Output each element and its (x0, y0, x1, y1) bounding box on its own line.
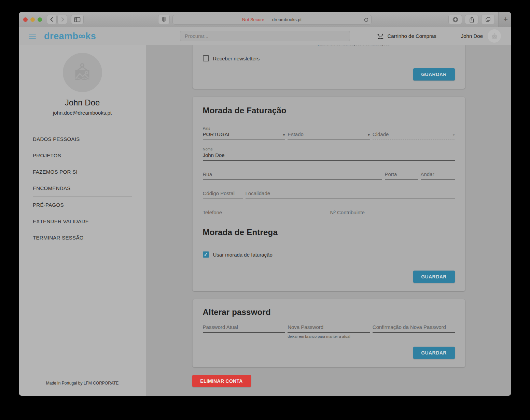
browser-toolbar: Not Secure — dreambooks.pt + (19, 12, 511, 27)
notifications-hint: para envio de notificações e comunicaçõe… (318, 45, 455, 46)
save-address-button[interactable]: GUARDAR (413, 271, 455, 283)
privacy-shield-button[interactable] (158, 15, 170, 24)
personal-data-card: para envio de notificações e comunicaçõe… (192, 45, 465, 89)
site-header: dreamb∞ks Carrinho de Compras John Doe (19, 27, 511, 45)
state-select[interactable]: Estado ▾ (288, 131, 370, 140)
use-billing-checkbox[interactable]: ✓ (203, 251, 209, 258)
reload-icon (364, 17, 369, 23)
floor-input[interactable]: Andar (421, 171, 455, 180)
current-password-input[interactable]: Password Atual (203, 324, 285, 333)
newsletter-label: Receber newsletters (213, 56, 260, 61)
sidebar-footer: Made in Portugal by LFM CORPORATE (19, 381, 146, 386)
postal-code-input[interactable]: Código Postal (203, 190, 243, 199)
street-input[interactable]: Rua (203, 171, 382, 180)
locality-input[interactable]: Localidade (246, 190, 455, 199)
use-billing-checkbox-row[interactable]: ✓ Usar morada de faturação (203, 251, 455, 258)
clipped-hint-wrap: para envio de notificações e comunicaçõe… (203, 45, 455, 47)
profile-name: John Doe (65, 98, 100, 107)
password-title: Alterar password (203, 307, 455, 317)
sidebar-item-pre-pagos[interactable]: PRÉ-PAGOS (19, 197, 146, 213)
search-input[interactable] (180, 31, 350, 41)
sidebar-item-projetos[interactable]: PROJETOS (19, 147, 146, 163)
reload-button[interactable] (364, 17, 369, 23)
chevron-down-icon: ▾ (368, 133, 370, 137)
url-separator: — (266, 17, 270, 22)
share-button[interactable] (465, 15, 478, 24)
image-placeholder-icon (491, 32, 498, 40)
billing-address-card: Morada de Faturação País PORTUGAL ▾ (192, 97, 465, 291)
header-right: Carrinho de Compras John Doe (377, 29, 501, 43)
search-box (180, 31, 350, 41)
use-billing-label: Usar morada de faturação (213, 252, 273, 258)
street-placeholder: Rua (203, 171, 212, 177)
sidebar-item-encomendas[interactable]: ENCOMENDAS (19, 180, 146, 196)
main-content: para envio de notificações e comunicaçõe… (146, 45, 511, 396)
country-value: PORTUGAL (203, 131, 231, 137)
sidebar-item-dados-pessoais[interactable]: DADOS PESSOAIS (19, 131, 146, 147)
phone-input[interactable]: Telefone (203, 209, 327, 218)
downloads-button[interactable] (448, 15, 462, 24)
change-password-card: Alterar password Password Atual Nova Pas… (192, 299, 465, 367)
chevron-down-icon: ▾ (283, 133, 285, 137)
site-logo[interactable]: dreamb∞ks (44, 30, 96, 42)
sidebar-item-fazemos-por-si[interactable]: FAZEMOS POR SI (19, 163, 146, 180)
window-controls (23, 17, 42, 22)
sidebar-item-terminar-sessao[interactable]: TERMINAR SESSÃO (19, 229, 146, 246)
door-input[interactable]: Porta (385, 171, 418, 180)
tabs-overview-button[interactable] (481, 15, 495, 24)
sidebar-item-extender-validade[interactable]: EXTENDER VALIDADE (19, 213, 146, 229)
header-divider (449, 31, 449, 41)
new-tab-button[interactable]: + (503, 15, 508, 24)
sidebar-toggle-button[interactable] (71, 15, 84, 24)
new-tab-area: + (498, 12, 511, 27)
locality-placeholder: Localidade (246, 190, 270, 196)
new-password-hint: deixar em branco para manter a atual (288, 334, 370, 338)
chevron-right-icon (59, 16, 66, 23)
name-value: John Doe (203, 152, 225, 158)
user-menu[interactable]: John Doe (461, 33, 483, 39)
image-placeholder-icon (71, 61, 94, 84)
browser-window: Not Secure — dreambooks.pt + dreamb∞ks (19, 12, 511, 396)
url-text: dreambooks.pt (272, 17, 302, 22)
confirm-password-input[interactable]: Confirmação da Nova Password (373, 324, 455, 333)
newsletter-checkbox-row[interactable]: Receber newsletters (203, 55, 455, 61)
postal-code-placeholder: Código Postal (203, 190, 235, 196)
cart-icon (377, 32, 384, 40)
new-password-placeholder: Nova Password (288, 324, 323, 330)
infinity-icon: ∞ (79, 30, 86, 41)
country-select[interactable]: PORTUGAL ▾ (203, 131, 285, 140)
shipping-title: Morada de Entrega (203, 228, 455, 237)
save-personal-button[interactable]: GUARDAR (413, 68, 455, 81)
share-icon (469, 16, 475, 23)
confirm-password-placeholder: Confirmação da Nova Password (373, 324, 446, 330)
menu-button[interactable] (29, 34, 36, 39)
chevron-down-icon: ▾ (453, 133, 455, 137)
fullscreen-window-button[interactable] (38, 17, 42, 22)
cart-button[interactable]: Carrinho de Compras (377, 32, 436, 40)
profile-email: john.doe@dreambooks.pt (53, 110, 112, 116)
tabs-icon (485, 16, 491, 23)
close-window-button[interactable] (23, 17, 28, 22)
door-placeholder: Porta (385, 171, 397, 177)
current-password-placeholder: Password Atual (203, 324, 238, 330)
toolbar-right-buttons (448, 15, 495, 24)
back-button[interactable] (47, 15, 57, 24)
logo-text-end: ks (85, 31, 96, 41)
vat-input[interactable]: Nº Contribuinte (330, 209, 455, 218)
minimize-window-button[interactable] (30, 17, 35, 22)
save-password-button[interactable]: GUARDAR (413, 347, 455, 359)
sidebar: John Doe john.doe@dreambooks.pt DADOS PE… (19, 45, 146, 396)
profile-avatar (63, 53, 102, 92)
city-placeholder: Cidade (373, 131, 389, 137)
delete-account-button[interactable]: ELIMINAR CONTA (192, 375, 251, 387)
forward-button[interactable] (57, 15, 67, 24)
name-input[interactable]: John Doe (203, 152, 455, 161)
newsletter-checkbox[interactable] (203, 55, 209, 61)
new-password-input[interactable]: Nova Password (288, 324, 370, 333)
sidebar-panel-icon (74, 17, 81, 23)
chevron-left-icon (49, 16, 55, 23)
address-bar[interactable]: Not Secure — dreambooks.pt (172, 15, 372, 25)
city-select[interactable]: Cidade ▾ (373, 131, 455, 140)
not-secure-label: Not Secure (242, 17, 264, 22)
user-avatar[interactable] (488, 29, 501, 43)
